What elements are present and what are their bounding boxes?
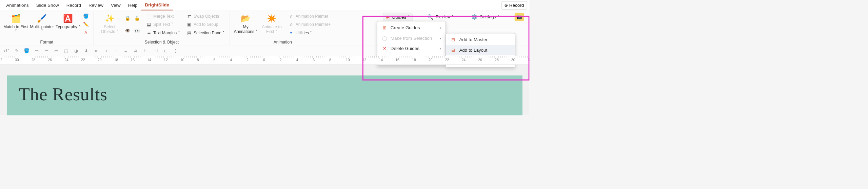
utilities-button[interactable]: ✦Utilities ˅ — [288, 30, 332, 36]
tab-slide-show[interactable]: Slide Show — [33, 1, 63, 10]
select-objects-label: Select Objects ˅ — [97, 24, 122, 34]
qat-13[interactable]: ⫠ — [123, 48, 129, 54]
ruler-label: 22 — [81, 58, 85, 62]
eye-button: 👁️ — [124, 28, 131, 34]
swap-objects-button: ⇄Swap Objects — [186, 13, 225, 19]
merge-icon: ⬚ — [146, 14, 152, 19]
qat-8[interactable]: ◑ — [73, 48, 79, 54]
ruler-label: 2 — [246, 58, 249, 62]
group-animation: 📂 My Animations ˅ ✴️ Animate to First ˅ … — [230, 11, 336, 46]
review-dropdown-button[interactable]: 🔍 Review ˅ — [425, 13, 456, 21]
swap-icon: ⇄ — [186, 14, 192, 19]
selection-pane-button[interactable]: ▤Selection Pane ˅ — [186, 30, 225, 36]
group-selection-caption: Selection & Object — [145, 39, 179, 46]
my-animations-button[interactable]: 📂 My Animations ˅ — [233, 12, 259, 34]
ruler-label: 14 — [147, 58, 151, 62]
add-to-layout-item[interactable]: ⊞ Add to Layout — [446, 45, 515, 55]
ruler-label: 24 — [64, 58, 68, 62]
qat-4[interactable]: ▭ — [34, 48, 40, 54]
ruler-label: 20 — [429, 58, 433, 62]
qat-16[interactable]: ⊣ — [153, 48, 159, 54]
qat-5[interactable]: ▭ — [43, 48, 50, 54]
qat-7[interactable]: ⬚ — [63, 48, 70, 54]
ruler-label: 8 — [329, 58, 331, 62]
painter-icon: 🖌️ — [37, 13, 47, 24]
qat-11[interactable]: ⫞ — [103, 48, 109, 54]
eye-off-icon: 👀 — [134, 28, 140, 33]
camera-icon[interactable]: 📷 — [515, 13, 524, 21]
qat-1[interactable]: ↺˅ — [4, 48, 10, 54]
font-color-icon: A — [83, 30, 88, 35]
delete-guides-item[interactable]: ✕ Delete Guides › — [377, 43, 446, 54]
review-icon: 🔍 — [427, 14, 433, 20]
slide[interactable]: The Results — [7, 75, 522, 115]
tab-record[interactable]: Record — [63, 1, 85, 10]
guides-button[interactable]: ⊞ Guides ˅ — [383, 13, 412, 22]
tab-view[interactable]: View — [107, 1, 124, 10]
qat-2[interactable]: ✎ — [14, 48, 20, 54]
group-selection: ✨ Select Objects ˅ 🔒 👁️ 🔓 👀 ⬚Merge Text … — [94, 11, 230, 46]
tab-animations[interactable]: Animations — [2, 1, 32, 10]
qat-10[interactable]: ⬌ — [93, 48, 99, 54]
tab-brightslide[interactable]: BrightSlide — [141, 0, 173, 11]
tab-review[interactable]: Review — [85, 1, 107, 10]
layout-icon: ⊞ — [451, 48, 456, 53]
delete-icon: ✕ — [382, 46, 387, 51]
eye-icon: 👁️ — [125, 28, 130, 33]
text-margins-button[interactable]: ≣Text Margins ˅ — [145, 30, 181, 36]
group-icon: ▣ — [186, 22, 192, 27]
record-button[interactable]: Record — [501, 1, 527, 9]
merge-text-button: ⬚Merge Text — [145, 13, 181, 19]
ruler-label: 2 — [280, 58, 282, 62]
record-icon — [505, 4, 508, 7]
guides-label: Guides ˅ — [392, 15, 410, 20]
qat-3[interactable]: 🪣 — [24, 48, 30, 54]
match-icon: 🗂️ — [11, 13, 21, 24]
select-objects-button[interactable]: ✨ Select Objects ˅ — [97, 12, 123, 34]
star2-icon: ☆ — [289, 22, 294, 27]
ruler-label: 28 — [32, 58, 36, 62]
ruler-label: 12 — [362, 58, 367, 62]
margins-icon: ≣ — [146, 30, 152, 35]
util-icon: ✦ — [289, 30, 294, 35]
ruler-label: 30 — [511, 58, 515, 62]
folder-icon: 📂 — [241, 13, 251, 24]
typography-button[interactable]: 🅰️ Typography ˅ — [55, 12, 81, 29]
animate-to-first-button[interactable]: ✴️ Animate to First ˅ — [259, 12, 285, 34]
add-to-group-button: ▣Add to Group — [186, 21, 225, 28]
ruler-label: 14 — [379, 58, 383, 62]
unlock-icon: 🔓 — [134, 16, 140, 21]
ribbon-tabs: Animations Slide Show Record Review View… — [0, 0, 530, 11]
qat-9[interactable]: ⬍ — [83, 48, 89, 54]
ruler-label: 32 — [528, 58, 530, 62]
pane-icon: ▤ — [186, 30, 192, 35]
qat-14[interactable]: ⫡ — [133, 48, 139, 54]
group-format: 🗂️ Match to First ˅ 🖌️ Multi- painter ˅ … — [0, 11, 94, 46]
add-to-master-item[interactable]: ⊞ Add to Master — [446, 35, 515, 45]
ruler-label: 8 — [197, 58, 199, 62]
settings-button[interactable]: ⚙️ Settings ˅ — [469, 13, 502, 21]
tab-help[interactable]: Help — [124, 1, 141, 10]
format-tool-1[interactable]: 🪣 — [82, 13, 90, 19]
qat-more[interactable]: ⋮ — [173, 48, 179, 54]
ruler-label: 28 — [495, 58, 499, 62]
format-tool-3[interactable]: A — [82, 30, 90, 36]
match-to-first-button[interactable]: 🗂️ Match to First ˅ — [3, 12, 29, 34]
qat-6[interactable]: ▭ — [53, 48, 59, 54]
slide-title: The Results — [19, 84, 511, 105]
multi-painter-button[interactable]: 🖌️ Multi- painter ˅ — [29, 12, 55, 34]
format-tool-2[interactable]: ✏️ — [82, 21, 90, 28]
create-guides-item[interactable]: ⊞ Create Guides › — [377, 22, 446, 33]
qat-15[interactable]: ⊢ — [143, 48, 149, 54]
lock-button: 🔒 — [124, 15, 131, 21]
lock-icon: 🔒 — [125, 16, 130, 21]
animate-to-first-label: Animate to First ˅ — [259, 24, 284, 34]
qat-17[interactable]: ⊏ — [162, 48, 169, 54]
qat-12[interactable]: ⫟ — [113, 48, 119, 54]
ruler-label: 6 — [313, 58, 315, 62]
ruler-label: 10 — [180, 58, 184, 62]
typography-label: Typography ˅ — [56, 24, 80, 29]
horizontal-ruler[interactable]: 3230282624222018161412108642024681012141… — [0, 56, 530, 65]
ruler-label: 12 — [164, 58, 168, 62]
ruler-label: 30 — [15, 58, 19, 62]
